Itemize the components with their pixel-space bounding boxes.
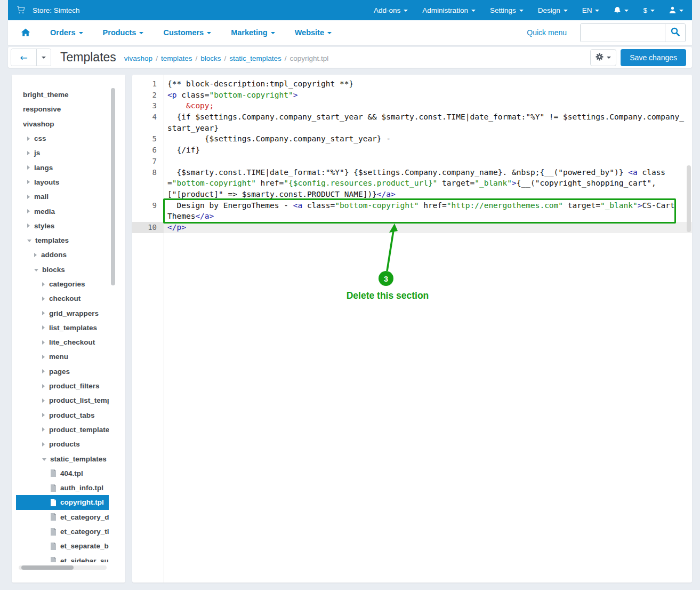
search-input[interactable] [581, 24, 665, 42]
nav-menu-orders[interactable]: Orders [50, 28, 83, 37]
chevron-right-icon[interactable] [27, 165, 30, 170]
chevron-right-icon[interactable] [27, 151, 30, 155]
tree-folder-layouts[interactable]: layouts [16, 175, 109, 189]
chevron-right-icon[interactable] [42, 369, 45, 373]
tree-folder-products[interactable]: products [16, 437, 109, 451]
back-dropdown-button[interactable] [36, 49, 51, 66]
breadcrumb-link-static-templates[interactable]: static_templates [229, 54, 281, 62]
chevron-right-icon[interactable] [42, 282, 45, 286]
code-line-9-part2[interactable]: Themes</a> [132, 211, 692, 222]
tree-file-copyright-tpl[interactable]: copyright.tpl [16, 495, 109, 509]
tree-vertical-scrollbar[interactable] [111, 88, 115, 285]
nav-menu-marketing[interactable]: Marketing [231, 28, 275, 37]
currency-menu[interactable]: $ [643, 6, 655, 14]
code-line-8-part1[interactable]: 8 {$smarty.const.TIME|date_format:"%Y"} … [132, 167, 692, 178]
code-line-2[interactable]: 2<p class="bottom-copyright"> [132, 90, 692, 101]
tree-folder-pages[interactable]: pages [16, 364, 109, 379]
back-button[interactable]: ← [11, 49, 36, 66]
chevron-right-icon[interactable] [42, 355, 45, 359]
tree-folder-product-tabs[interactable]: product_tabs [16, 408, 109, 422]
topbar-menu-add-ons[interactable]: Add-ons [374, 6, 408, 14]
chevron-right-icon[interactable] [42, 384, 45, 388]
store-label[interactable]: Store: Simtech [33, 6, 80, 14]
tree-folder-blocks[interactable]: blocks [16, 262, 109, 277]
code-line-8-part3[interactable]: ["[product]" => $smarty.const.PRODUCT_NA… [132, 189, 692, 200]
chevron-down-icon[interactable] [27, 240, 31, 242]
chevron-right-icon[interactable] [27, 180, 30, 184]
code-line-6[interactable]: 6 {/if} [132, 145, 692, 156]
tree-file-et-category-de[interactable]: et_category_de [16, 510, 109, 524]
chevron-right-icon[interactable] [27, 209, 30, 213]
chevron-right-icon[interactable] [42, 413, 45, 417]
tree-folder-bright-theme[interactable]: bright_theme [16, 87, 109, 102]
breadcrumb-link-vivashop[interactable]: vivashop [124, 54, 152, 62]
tree-folder-product-template[interactable]: product_template [16, 422, 109, 437]
tree-folder-mail[interactable]: mail [16, 189, 109, 204]
tree-horizontal-scrollbar-thumb[interactable] [21, 565, 74, 570]
topbar-menu-en[interactable]: EN [582, 6, 600, 14]
chevron-right-icon[interactable] [34, 253, 37, 257]
tree-folder-checkout[interactable]: checkout [16, 291, 109, 306]
code-editor[interactable]: 1{** block-description:tmpl_copyright **… [132, 75, 692, 583]
tree-folder-static-templates[interactable]: static_templates [16, 451, 109, 466]
tree-file-et-separate-bl[interactable]: et_separate_bl [16, 539, 109, 553]
code-line-9-part1[interactable]: 9 Design by EnergoThemes - <a class="bot… [132, 200, 692, 211]
tree-folder-product-filters[interactable]: product_filters [16, 379, 109, 393]
tree-file-auth-info-tpl[interactable]: auth_info.tpl [16, 481, 109, 495]
tree-folder-css[interactable]: css [16, 131, 109, 146]
chevron-right-icon[interactable] [42, 442, 45, 447]
quick-menu-link[interactable]: Quick menu [527, 28, 567, 37]
code-line-7[interactable]: 7 [132, 156, 692, 167]
search-button[interactable] [665, 24, 685, 42]
tree-folder-list-templates[interactable]: list_templates [16, 321, 109, 335]
home-button[interactable] [21, 28, 30, 37]
editor-scrollbar-thumb[interactable] [687, 165, 691, 232]
tree-folder-grid-wrappers[interactable]: grid_wrappers [16, 306, 109, 320]
tree-folder-vivashop[interactable]: vivashop [16, 117, 109, 131]
tree-folder-media[interactable]: media [16, 204, 109, 218]
settings-dropdown-button[interactable] [590, 49, 616, 66]
tree-file-et-sidebar-sub[interactable]: et_sidebar_sub [16, 554, 109, 563]
nav-menu-website[interactable]: Website [295, 28, 332, 37]
breadcrumb-link-templates[interactable]: templates [161, 54, 192, 62]
tree-file-et-category-tit[interactable]: et_category_tit [16, 524, 109, 539]
chevron-right-icon[interactable] [27, 195, 30, 199]
code-line-4-part1[interactable]: 4 {if $settings.Company.company_start_ye… [132, 111, 692, 123]
code-line-1[interactable]: 1{** block-description:tmpl_copyright **… [132, 78, 692, 90]
tree-folder-templates[interactable]: templates [16, 233, 109, 248]
account-menu[interactable] [669, 6, 683, 14]
chevron-right-icon[interactable] [42, 340, 45, 345]
code-line-10[interactable]: 10</p> [132, 222, 692, 233]
tree-folder-categories[interactable]: categories [16, 277, 109, 291]
tree-folder-lite-checkout[interactable]: lite_checkout [16, 335, 109, 349]
chevron-right-icon[interactable] [27, 137, 30, 141]
code-area[interactable]: 1{** block-description:tmpl_copyright **… [132, 78, 692, 233]
notifications-menu[interactable] [614, 6, 629, 14]
tree-folder-product-list-temp[interactable]: product_list_temp [16, 393, 109, 408]
chevron-right-icon[interactable] [42, 325, 45, 330]
tree-folder-js[interactable]: js [16, 146, 109, 160]
nav-menu-products[interactable]: Products [103, 28, 144, 37]
topbar-menu-settings[interactable]: Settings [490, 6, 524, 14]
chevron-down-icon[interactable] [34, 269, 38, 272]
code-line-3[interactable]: 3 &copy; [132, 100, 692, 111]
code-line-8-part2[interactable]: ="bottom-copyright" href="{$config.resou… [132, 178, 692, 189]
chevron-right-icon[interactable] [42, 427, 45, 432]
tree-folder-styles[interactable]: styles [16, 219, 109, 233]
tree-folder-addons[interactable]: addons [16, 248, 109, 262]
tree-folder-langs[interactable]: langs [16, 160, 109, 174]
tree-file-404-tpl[interactable]: 404.tpl [16, 466, 109, 481]
chevron-down-icon[interactable] [42, 458, 46, 461]
tree-folder-menu[interactable]: menu [16, 349, 109, 364]
breadcrumb-link-blocks[interactable]: blocks [200, 54, 221, 62]
code-line-4-part2[interactable]: start_year} [132, 123, 692, 134]
save-changes-button[interactable]: Save changes [621, 49, 686, 66]
code-line-5[interactable]: 5 {$settings.Company.company_start_year}… [132, 133, 692, 145]
chevron-right-icon[interactable] [42, 398, 45, 403]
chevron-right-icon[interactable] [42, 311, 45, 315]
chevron-right-icon[interactable] [42, 297, 45, 301]
tree-folder-responsive[interactable]: responsive [16, 102, 109, 116]
chevron-right-icon[interactable] [27, 224, 30, 228]
topbar-menu-design[interactable]: Design [538, 6, 568, 14]
nav-menu-customers[interactable]: Customers [163, 28, 211, 37]
